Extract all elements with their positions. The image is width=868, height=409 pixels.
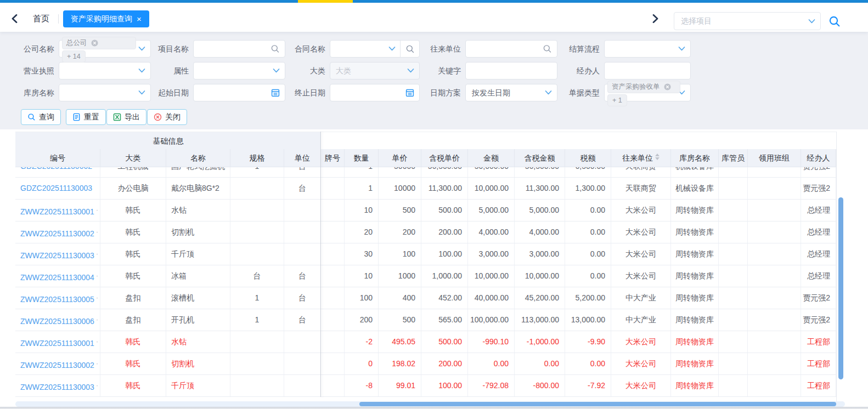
doc-number-link[interactable]: ZWWZ202511130003 xyxy=(20,251,94,260)
query-button[interactable]: 查询 xyxy=(21,109,61,125)
tabs-scroll-right-button[interactable] xyxy=(649,12,662,25)
cell-tax: 0.00 xyxy=(565,353,611,374)
cell-amount: 100,000.00 xyxy=(468,309,515,331)
export-button[interactable]: 导出 xyxy=(106,109,146,125)
doc-number-link[interactable]: ZWWZ202511130001 xyxy=(20,207,94,216)
col-header-category[interactable]: 大类 xyxy=(100,149,166,167)
close-button[interactable]: 关闭 xyxy=(147,109,187,125)
operator-input[interactable] xyxy=(605,63,690,79)
settlement-select[interactable] xyxy=(604,40,691,58)
doc-number-link[interactable]: ZWWZ202511130003 xyxy=(20,383,94,391)
company-more-tag[interactable]: + 14 xyxy=(62,50,86,63)
col-header-keeper[interactable]: 库管员 xyxy=(719,149,748,167)
cell-qty: 200 xyxy=(345,309,379,331)
table-row[interactable]: GDZC202511130003办公电脑戴尔电脑8G*2台11000011,30… xyxy=(15,178,836,200)
cell-team xyxy=(748,178,801,199)
cell-spec xyxy=(230,375,284,396)
start-date-input[interactable] xyxy=(193,84,285,101)
warehouse-select[interactable] xyxy=(59,84,151,101)
chevron-right-icon xyxy=(652,14,658,23)
table-row[interactable]: ZWWZ202511130002·韩氏切割机20200200.004,000.0… xyxy=(15,221,836,243)
cell-team xyxy=(748,331,801,353)
cell-spec xyxy=(230,221,284,243)
cell-team xyxy=(748,200,801,221)
col-header-warehouse[interactable]: 库房名称 xyxy=(671,149,719,167)
doc-number-link[interactable]: ZWWZ202511130005 xyxy=(20,295,94,304)
project-select[interactable]: 选择项目 xyxy=(674,12,821,30)
col-header-partner[interactable]: 往来单位 xyxy=(611,149,671,167)
horizontal-scrollbar-thumb[interactable] xyxy=(359,402,836,406)
cell-price: 198.02 xyxy=(379,353,421,374)
end-date-input[interactable] xyxy=(330,84,420,101)
tab-close-icon[interactable]: × xyxy=(137,15,142,23)
attribute-select[interactable] xyxy=(193,62,285,79)
col-header-amount[interactable]: 金额 xyxy=(468,149,515,167)
col-header-name[interactable]: 名称 xyxy=(166,149,230,167)
col-header-qty[interactable]: 数量 xyxy=(345,149,379,167)
col-header-price_tax[interactable]: 含税单价 xyxy=(421,149,468,167)
start-date-label: 起始日期 xyxy=(158,84,189,101)
col-header-operator[interactable]: 经办人 xyxy=(801,149,836,167)
contract-search-button[interactable] xyxy=(400,41,419,57)
vertical-scrollbar[interactable] xyxy=(836,132,845,401)
table-row[interactable]: ZWWZ202511130001·韩氏水钻-2495.05500.00-990.… xyxy=(15,331,836,353)
cell-qty: 100 xyxy=(345,287,379,309)
col-header-spec[interactable]: 规格 xyxy=(230,149,284,167)
col-header-label: 含税单价 xyxy=(429,154,460,162)
doc-number-link[interactable]: GDZC202511130002 xyxy=(20,167,92,171)
table-row[interactable]: ZWWZ202511130004·韩氏冰箱台台1010001,000.0010,… xyxy=(15,265,836,287)
col-header-tax[interactable]: 税额 xyxy=(565,149,611,167)
col-header-team[interactable]: 领用班组 xyxy=(748,149,801,167)
company-select[interactable]: 总公司 + 14 xyxy=(59,40,151,58)
tab-asset-purchase-detail-query[interactable]: 资产采购明细查询 × xyxy=(63,10,149,27)
cell-amount_tax: 113,000.00 xyxy=(515,309,565,331)
cell-operator: 贾元强2 xyxy=(801,309,836,331)
tag-close-icon[interactable] xyxy=(664,83,671,90)
col-header-label: 库管员 xyxy=(722,154,745,162)
doc-number-link[interactable]: ZWWZ202511130004 xyxy=(20,273,94,282)
cell-amount_tax: 5,000.00 xyxy=(515,200,565,221)
table-row[interactable]: ZWWZ202511130003·韩氏千斤顶-899.01100.00-792.… xyxy=(15,375,836,397)
table-row[interactable]: ZWWZ202511130003·韩氏千斤顶30100100.003,000.0… xyxy=(15,243,836,265)
table-row[interactable]: ZWWZ202511130001·韩氏水钻10500500.005,000.00… xyxy=(15,200,836,221)
doc-number-link[interactable]: GDZC202511130003 xyxy=(20,184,92,192)
doc-type-select[interactable]: 资产采购验收单 + 1 xyxy=(604,84,691,101)
table-row[interactable]: ZWWZ202511130006·盘扣开孔机1台200500565.00100,… xyxy=(15,309,836,331)
col-header-unit[interactable]: 单位 xyxy=(284,149,321,167)
tab-home[interactable]: 首页 xyxy=(26,11,56,26)
doc-number-link[interactable]: ZWWZ202511130002 xyxy=(20,361,94,370)
keyword-input[interactable] xyxy=(466,63,557,79)
search-icon[interactable] xyxy=(828,15,841,27)
col-header-price[interactable]: 单价 xyxy=(379,149,421,167)
cell-spec: 台 xyxy=(230,265,284,287)
col-header-amount_tax[interactable]: 含税金额 xyxy=(515,149,565,167)
tag-close-icon[interactable] xyxy=(91,39,98,47)
search-icon[interactable] xyxy=(270,44,280,54)
doc-type-more-tag[interactable]: + 1 xyxy=(607,94,627,106)
search-icon[interactable] xyxy=(543,44,552,54)
cell-partner: 天联商贸 xyxy=(611,167,671,177)
table-row[interactable]: GDZC202511130002工程机械国产轮式挖掘机1台15000056,50… xyxy=(15,167,836,178)
doc-number-link[interactable]: ZWWZ202511130006 xyxy=(20,317,94,326)
license-select[interactable] xyxy=(59,62,151,79)
category-select[interactable] xyxy=(330,62,420,79)
cell-price_tax: 100.00 xyxy=(421,375,468,396)
doc-number-link[interactable]: ZWWZ202511130001 xyxy=(20,339,94,348)
category-select-input[interactable] xyxy=(330,63,419,79)
table-row[interactable]: ZWWZ202511130005·盘扣滚槽机1台100400452.0040,0… xyxy=(15,287,836,309)
cell-amount_tax: 11,300.00 xyxy=(515,178,565,199)
cell-price: 99.01 xyxy=(379,375,421,396)
sort-icon[interactable] xyxy=(655,154,660,160)
tabs-scroll-left-button[interactable] xyxy=(8,12,21,25)
cell-unit xyxy=(284,375,321,396)
reset-button[interactable]: 重置 xyxy=(66,109,106,125)
horizontal-scrollbar[interactable] xyxy=(15,401,845,407)
vertical-scrollbar-thumb[interactable] xyxy=(838,197,843,379)
contract-select[interactable] xyxy=(330,40,420,58)
col-header-brand[interactable]: 牌号 xyxy=(321,149,345,167)
doc-number-link[interactable]: ZWWZ202511130002 xyxy=(20,229,94,238)
col-header-code[interactable]: 编号 xyxy=(15,149,100,167)
table-row[interactable]: ZWWZ202511130002·韩氏切割机0198.02200.000.000… xyxy=(15,353,836,375)
cell-amount: 50,000.00 xyxy=(468,167,515,177)
date-scheme-select[interactable]: 按发生日期 xyxy=(465,84,557,101)
